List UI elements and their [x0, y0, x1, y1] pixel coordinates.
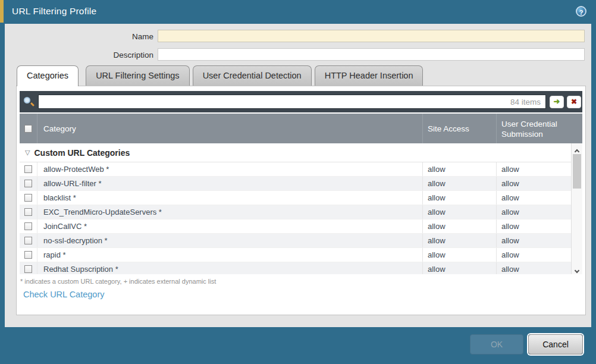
row-checkbox[interactable] — [24, 251, 32, 259]
category-name: blacklist * — [37, 191, 422, 205]
row-checkbox-cell — [20, 191, 37, 205]
description-label: Description — [5, 49, 153, 61]
search-icon-lens — [24, 97, 30, 103]
row-checkbox-cell — [20, 219, 37, 233]
clear-filter-button[interactable]: ✖ — [567, 96, 581, 108]
row-checkbox-cell — [20, 177, 37, 190]
table-body: ▽ Custom URL Categories allow-ProtectWeb… — [20, 143, 582, 274]
search-bar: 84 items ➜ ✖ — [20, 91, 582, 112]
red-x-icon: ✖ — [571, 98, 577, 106]
url-filtering-profile-dialog: URL Filtering Profile ? Name Description… — [0, 0, 596, 364]
row-checkbox[interactable] — [24, 165, 32, 173]
chevron-down-icon — [575, 268, 579, 273]
user-credential-submission-value[interactable]: allow — [496, 248, 571, 262]
description-input[interactable] — [158, 48, 585, 61]
category-name: allow-ProtectWeb * — [37, 162, 422, 176]
site-access-value[interactable]: allow — [422, 177, 496, 190]
row-checkbox-cell — [20, 234, 37, 247]
tab-url-filtering-settings[interactable]: URL Filtering Settings — [86, 65, 190, 86]
site-access-value[interactable]: allow — [422, 205, 496, 219]
footnote: * indicates a custom URL category, + ind… — [20, 278, 216, 285]
search-icon-handle — [30, 102, 34, 106]
collapse-triangle-icon[interactable]: ▽ — [25, 149, 30, 156]
site-access-value[interactable]: allow — [422, 248, 496, 262]
select-all-cell — [20, 114, 37, 143]
user-credential-submission-value[interactable]: allow — [496, 262, 571, 274]
row-checkbox[interactable] — [24, 237, 32, 244]
category-name: allow-URL-filter * — [37, 177, 422, 190]
categories-panel: 84 items ➜ ✖ Category Site Access User C… — [16, 86, 586, 315]
user-credential-submission-value[interactable]: allow — [496, 177, 571, 190]
row-checkbox-cell — [20, 162, 37, 176]
dialog-titlebar: URL Filtering Profile ? — [4, 0, 596, 24]
category-name: EXC_TrendMicro-UpdateServers * — [37, 205, 422, 219]
tab-bar: Categories URL Filtering Settings User C… — [17, 65, 426, 86]
row-checkbox-cell — [20, 262, 37, 274]
help-icon[interactable]: ? — [576, 6, 586, 17]
group-label: Custom URL Categories — [34, 148, 130, 158]
table-row[interactable]: rapid * allow allow — [20, 248, 571, 262]
user-credential-submission-value[interactable]: allow — [496, 234, 571, 247]
dialog-title: URL Filtering Profile — [12, 6, 96, 17]
user-credential-submission-value[interactable]: allow — [496, 191, 571, 205]
user-credential-submission-value[interactable]: allow — [496, 205, 571, 219]
check-url-category-link[interactable]: Check URL Category — [23, 290, 104, 299]
header-scrollbar-spacer — [570, 114, 582, 143]
category-name: rapid * — [37, 248, 422, 262]
cancel-button[interactable]: Cancel — [528, 334, 583, 354]
user-credential-submission-value[interactable]: allow — [496, 162, 571, 176]
category-name: Redhat Supscription * — [37, 262, 422, 274]
group-row-custom-url-categories[interactable]: ▽ Custom URL Categories — [20, 143, 571, 162]
column-header-category[interactable]: Category — [37, 114, 422, 143]
name-label: Name — [5, 30, 153, 43]
scroll-down-button[interactable] — [572, 264, 582, 272]
table-header: Category Site Access User Credential Sub… — [20, 114, 582, 143]
site-access-value[interactable]: allow — [422, 219, 496, 233]
name-input[interactable] — [158, 30, 585, 42]
tab-http-header-insertion[interactable]: HTTP Header Insertion — [315, 65, 424, 86]
row-checkbox[interactable] — [24, 208, 32, 216]
chevron-up-icon — [575, 149, 579, 154]
row-checkbox-cell — [20, 248, 37, 262]
search-input[interactable] — [39, 95, 510, 108]
table-row[interactable]: Redhat Supscription * allow allow — [20, 262, 571, 274]
ok-button[interactable]: OK — [470, 334, 523, 354]
table-row[interactable]: no-ssl-decryption * allow allow — [20, 234, 571, 248]
search-field: 84 items — [38, 95, 546, 109]
site-access-value[interactable]: allow — [422, 262, 496, 274]
apply-filter-button[interactable]: ➜ — [550, 96, 564, 108]
select-all-checkbox[interactable] — [24, 125, 32, 133]
table-row[interactable]: allow-URL-filter * allow allow — [20, 177, 571, 191]
category-name: no-ssl-decryption * — [37, 234, 422, 247]
user-credential-submission-value[interactable]: allow — [496, 219, 571, 233]
search-icon[interactable] — [24, 96, 34, 107]
row-checkbox[interactable] — [24, 265, 32, 273]
row-checkbox[interactable] — [24, 180, 32, 187]
scroll-up-button[interactable] — [572, 145, 582, 153]
row-checkbox[interactable] — [24, 222, 32, 230]
column-header-user-credential-submission[interactable]: User Credential Submission — [496, 114, 570, 143]
tab-categories[interactable]: Categories — [17, 65, 79, 86]
tab-user-credential-detection[interactable]: User Credential Detection — [193, 65, 312, 86]
row-checkbox-cell — [20, 205, 37, 219]
scrollbar-thumb[interactable] — [573, 154, 581, 189]
green-arrow-icon: ➜ — [554, 97, 560, 106]
table-row[interactable]: allow-ProtectWeb * allow allow — [20, 162, 571, 177]
table-row[interactable]: EXC_TrendMicro-UpdateServers * allow all… — [20, 205, 571, 219]
site-access-value[interactable]: allow — [422, 191, 496, 205]
items-count-badge: 84 items — [510, 98, 545, 106]
category-name: JoinCallVC * — [37, 219, 422, 233]
dialog-footer: OK Cancel — [0, 327, 596, 364]
vertical-scrollbar[interactable] — [571, 143, 582, 274]
site-access-value[interactable]: allow — [422, 234, 496, 247]
site-access-value[interactable]: allow — [422, 162, 496, 176]
table-row[interactable]: JoinCallVC * allow allow — [20, 219, 571, 234]
row-checkbox[interactable] — [24, 194, 32, 202]
column-header-site-access[interactable]: Site Access — [422, 114, 496, 143]
dialog-body: Name Description Categories URL Filterin… — [5, 24, 591, 327]
table-row[interactable]: blacklist * allow allow — [20, 191, 571, 205]
